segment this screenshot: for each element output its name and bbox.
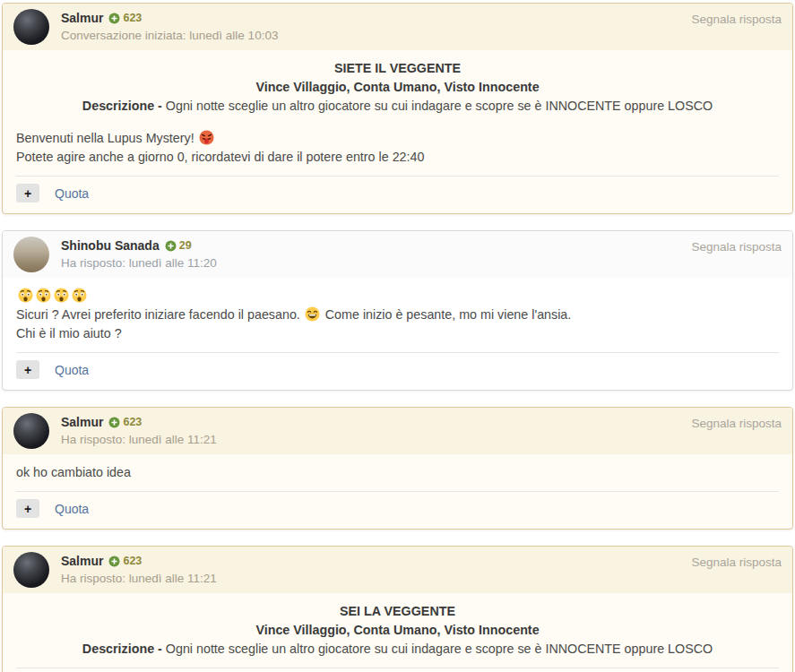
reputation-count: 623 — [123, 416, 142, 428]
grin-emoji — [305, 306, 320, 322]
reputation-badge[interactable]: 623 — [108, 416, 142, 428]
content-text: Potete agire anche a giorno 0, ricordate… — [16, 150, 424, 164]
post-card: Salmur 623 Ha risposto: lunedì alle 11:2… — [2, 546, 793, 672]
astonished-emoji — [72, 288, 87, 303]
author-name-row: Salmur 623 — [61, 11, 278, 25]
post-content: Sicuri ? Avrei preferito iniziare facend… — [3, 278, 792, 350]
multiquote-button[interactable]: + — [16, 499, 39, 518]
post-footer: + Quota — [3, 668, 792, 672]
post-footer: + Quota — [3, 492, 792, 529]
content-line: Sicuri ? Avrei preferito iniziare facend… — [16, 306, 779, 324]
content-line — [16, 287, 779, 306]
plus-circle-icon — [108, 13, 120, 24]
post-header: Salmur 623 Ha risposto: lunedì alle 11:2… — [3, 547, 792, 593]
author-block: Shinobu Sanada 29 Ha risposto: lunedì al… — [61, 237, 217, 270]
content-text: ok ho cambiato idea — [16, 465, 131, 479]
report-link[interactable]: Segnala risposta — [691, 237, 782, 254]
content-line: SEI LA VEGGENTE — [16, 602, 779, 621]
content-text-bold: Vince Villaggio, Conta Umano, Visto Inno… — [255, 623, 539, 637]
reputation-count: 623 — [123, 12, 142, 24]
astonished-emoji — [36, 288, 51, 303]
content-text: Chi è il mio aiuto ? — [16, 326, 122, 340]
reputation-count: 623 — [123, 555, 142, 567]
content-line: Vince Villaggio, Conta Umano, Visto Inno… — [16, 621, 779, 640]
razz-emoji — [199, 130, 214, 145]
author-block: Salmur 623 Ha risposto: lunedì alle 11:2… — [61, 552, 217, 585]
salmur-avatar[interactable] — [13, 413, 49, 449]
post-list: Salmur 623 Conversazione iniziata: luned… — [0, 0, 795, 672]
content-line: Vince Villaggio, Conta Umano, Visto Inno… — [16, 78, 779, 97]
content-text-bold: Descrizione - — [82, 99, 166, 113]
astonished-emoji — [18, 288, 33, 303]
content-text: Come inizio è pesante, mo mi viene l'ans… — [322, 307, 571, 322]
post-header: Salmur 623 Ha risposto: lunedì alle 11:2… — [3, 408, 792, 454]
quote-link[interactable]: Quota — [55, 363, 89, 377]
content-line: Potete agire anche a giorno 0, ricordate… — [16, 148, 779, 167]
post-meta: Ha risposto: lunedì alle 11:20 — [61, 256, 217, 270]
username-link[interactable]: Salmur — [61, 11, 103, 25]
post-card: Salmur 623 Conversazione iniziata: luned… — [2, 3, 793, 214]
plus-circle-icon — [165, 240, 177, 252]
post-content: ok ho cambiato idea — [3, 454, 792, 489]
astonished-emoji — [54, 288, 69, 303]
content-text: Ogni notte sceglie un altro giocatore su… — [166, 642, 713, 656]
post-footer: + Quota — [3, 177, 792, 213]
content-text-bold: SIETE IL VEGGENTE — [334, 61, 461, 75]
author-name-row: Salmur 623 — [61, 415, 217, 429]
blank-line — [16, 116, 779, 129]
content-text-bold: SEI LA VEGGENTE — [340, 604, 455, 618]
username-link[interactable]: Salmur — [61, 415, 103, 429]
content-line: ok ho cambiato idea — [16, 463, 779, 482]
username-link[interactable]: Salmur — [61, 554, 103, 568]
reputation-badge[interactable]: 623 — [108, 12, 142, 24]
reputation-count: 29 — [179, 239, 192, 252]
post-meta: Ha risposto: lunedì alle 11:21 — [61, 572, 217, 585]
reputation-badge[interactable]: 623 — [108, 555, 142, 567]
quote-link[interactable]: Quota — [55, 502, 89, 516]
post-meta: Conversazione iniziata: lunedì alle 10:0… — [61, 29, 278, 42]
content-line: Benvenuti nella Lupus Mystery! — [16, 129, 779, 148]
plus-circle-icon — [108, 556, 120, 567]
content-line: Chi è il mio aiuto ? — [16, 324, 779, 343]
post-meta: Ha risposto: lunedì alle 11:21 — [61, 433, 217, 446]
salmur-avatar[interactable] — [13, 9, 49, 45]
author-name-row: Shinobu Sanada 29 — [61, 238, 217, 253]
post-content: SEI LA VEGGENTEVince Villaggio, Conta Um… — [3, 593, 792, 666]
post-footer: + Quota — [3, 353, 792, 390]
post-content: SIETE IL VEGGENTEVince Villaggio, Conta … — [3, 50, 792, 174]
author-name-row: Salmur 623 — [61, 554, 217, 568]
content-text-bold: Vince Villaggio, Conta Umano, Visto Inno… — [255, 80, 539, 94]
content-text-bold: Descrizione - — [82, 642, 166, 656]
multiquote-button[interactable]: + — [16, 184, 39, 202]
author-block: Salmur 623 Conversazione iniziata: luned… — [61, 9, 278, 42]
content-line: SIETE IL VEGGENTE — [16, 59, 779, 78]
post-header: Shinobu Sanada 29 Ha risposto: lunedì al… — [3, 231, 792, 278]
report-link[interactable]: Segnala risposta — [691, 552, 782, 569]
multiquote-button[interactable]: + — [16, 360, 39, 379]
post-card: Salmur 623 Ha risposto: lunedì alle 11:2… — [2, 407, 793, 530]
quote-link[interactable]: Quota — [55, 186, 89, 201]
post-header: Salmur 623 Conversazione iniziata: luned… — [3, 4, 792, 50]
author-block: Salmur 623 Ha risposto: lunedì alle 11:2… — [61, 413, 217, 446]
post-card: Shinobu Sanada 29 Ha risposto: lunedì al… — [2, 230, 793, 391]
content-text: Benvenuti nella Lupus Mystery! — [16, 131, 198, 145]
plus-circle-icon — [108, 417, 120, 428]
report-link[interactable]: Segnala risposta — [691, 9, 782, 26]
content-line: Descrizione - Ogni notte sceglie un altr… — [16, 640, 779, 659]
reputation-badge[interactable]: 29 — [165, 239, 192, 252]
salmur-avatar[interactable] — [13, 552, 49, 588]
report-link[interactable]: Segnala risposta — [691, 413, 782, 430]
content-text: Ogni notte sceglie un altro giocatore su… — [166, 99, 713, 113]
content-text: Sicuri ? Avrei preferito iniziare facend… — [16, 307, 304, 322]
content-line: Descrizione - Ogni notte sceglie un altr… — [16, 97, 779, 116]
username-link[interactable]: Shinobu Sanada — [61, 238, 160, 253]
shinobu-avatar[interactable] — [13, 237, 49, 272]
